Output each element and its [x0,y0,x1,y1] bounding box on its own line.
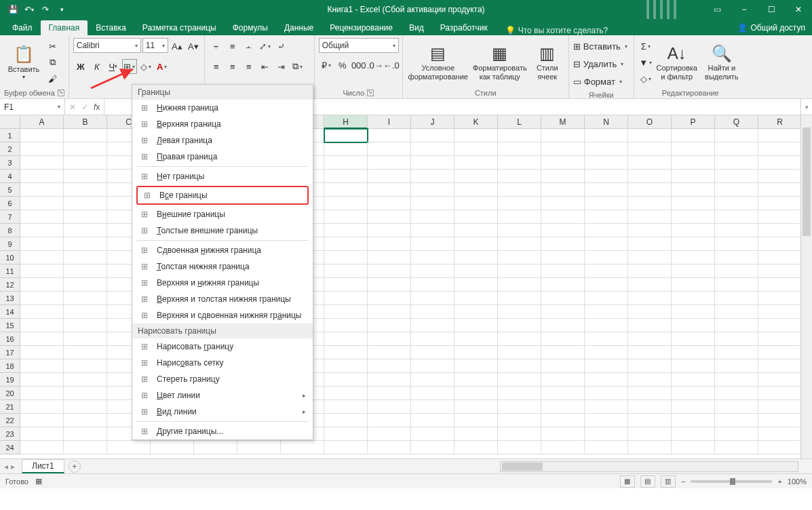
format-as-table-button[interactable]: ▦Форматировать как таблицу [471,38,529,87]
cell[interactable] [758,359,802,373]
borders-menu-item[interactable]: ⊞Верхняя граница [132,116,313,132]
cell[interactable] [368,441,411,454]
cell[interactable] [20,142,64,156]
cell[interactable] [368,264,411,278]
cell[interactable] [20,129,64,142]
cell[interactable] [324,142,368,156]
cell[interactable] [585,414,628,427]
cell[interactable] [758,224,802,237]
borders-menu-item[interactable]: ⊞Стереть границу [132,371,313,387]
cell[interactable] [541,346,585,359]
cell[interactable] [672,170,715,183]
cell[interactable] [628,251,672,264]
row-header[interactable]: 9 [0,237,20,251]
cell[interactable] [498,197,541,210]
cell[interactable] [672,183,715,197]
borders-menu-item[interactable]: ⊞Нижняя граница [132,100,313,116]
cell[interactable] [411,251,455,264]
redo-button[interactable]: ↷ [38,2,53,17]
column-header[interactable]: I [368,115,411,129]
cell[interactable] [64,359,107,373]
cell[interactable] [64,332,107,346]
cell[interactable] [628,400,672,414]
cell[interactable] [628,129,672,142]
cell[interactable] [715,414,758,427]
cell[interactable] [368,292,411,305]
vertical-scrollbar[interactable] [800,115,812,458]
align-left-button[interactable]: ≡ [209,59,224,74]
cell[interactable] [64,292,107,305]
cell[interactable] [498,305,541,319]
cell[interactable] [628,183,672,197]
cell[interactable] [628,210,672,224]
cell[interactable] [368,156,411,170]
cell[interactable] [628,197,672,210]
macro-record-icon[interactable]: ▦ [35,477,42,486]
name-box[interactable]: F1▾ [0,99,65,115]
cell[interactable] [64,129,107,142]
column-header[interactable]: H [324,115,368,129]
cell[interactable] [411,414,455,427]
cell[interactable] [585,441,628,454]
cell[interactable] [20,224,64,237]
cell[interactable] [541,170,585,183]
column-header[interactable]: O [628,115,672,129]
cell[interactable] [715,387,758,400]
cell[interactable] [541,414,585,427]
row-header[interactable]: 7 [0,210,20,224]
cell[interactable] [585,427,628,441]
cell[interactable] [20,332,64,346]
cell[interactable] [368,414,411,427]
tab-review[interactable]: Рецензирование [322,20,401,35]
column-header[interactable]: L [498,115,541,129]
cell[interactable] [585,346,628,359]
cell[interactable] [585,129,628,142]
cell[interactable] [672,292,715,305]
add-sheet-button[interactable]: + [69,460,81,473]
cell[interactable] [498,156,541,170]
cell[interactable] [585,319,628,332]
font-color-button[interactable]: A [155,59,170,74]
cell[interactable] [20,210,64,224]
column-header[interactable]: M [541,115,585,129]
row-header[interactable]: 2 [0,142,20,156]
cell[interactable] [411,237,455,251]
cell[interactable] [498,292,541,305]
cell[interactable] [715,224,758,237]
cell[interactable] [758,156,802,170]
cell[interactable] [64,441,107,454]
cell[interactable] [324,441,368,454]
cell[interactable] [411,156,455,170]
qat-customize[interactable]: ▾ [54,2,69,17]
cell[interactable] [758,292,802,305]
borders-menu-item[interactable]: ⊞Верхняя и сдвоенная нижняя границы [132,307,313,323]
cell[interactable] [498,129,541,142]
cell[interactable] [498,278,541,292]
cell[interactable] [758,129,802,142]
row-header[interactable]: 10 [0,251,20,264]
cell[interactable] [585,332,628,346]
cell[interactable] [64,319,107,332]
cell[interactable] [541,278,585,292]
cell[interactable] [20,400,64,414]
cut-button[interactable]: ✂ [45,39,60,54]
cell[interactable] [758,183,802,197]
cell[interactable] [628,264,672,278]
cell[interactable] [64,373,107,387]
cell[interactable] [758,305,802,319]
cell[interactable] [411,210,455,224]
cell[interactable] [151,441,194,454]
cell[interactable] [715,156,758,170]
zoom-in-button[interactable]: + [777,477,781,486]
cell[interactable] [758,278,802,292]
cell[interactable] [411,319,455,332]
cell[interactable] [498,414,541,427]
cell-styles-button[interactable]: ▥Стили ячеек [530,38,564,87]
cell[interactable] [585,210,628,224]
row-header[interactable]: 23 [0,427,20,441]
cell[interactable] [715,400,758,414]
conditional-formatting-button[interactable]: ▤Условное форматирование [407,38,469,87]
ribbon-options-button[interactable]: ▭ [703,0,731,19]
cell[interactable] [368,251,411,264]
column-header[interactable]: P [672,115,715,129]
